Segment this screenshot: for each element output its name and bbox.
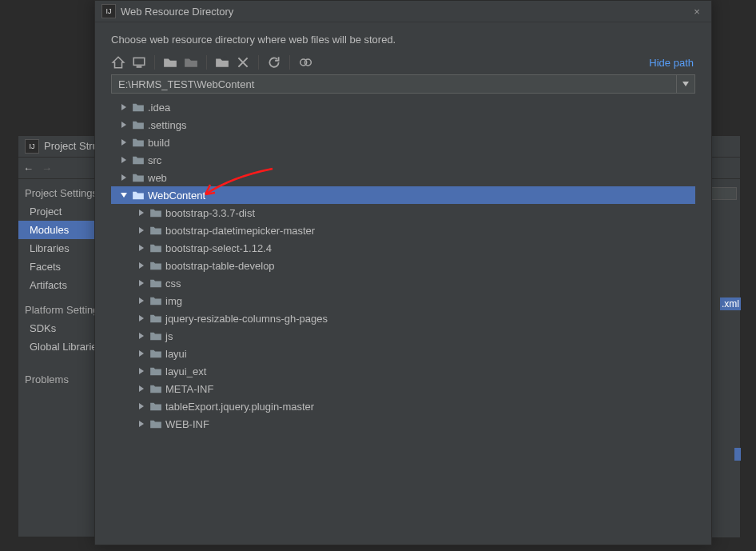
tree-item[interactable]: layui_ext: [111, 362, 695, 380]
sidebar-item-sdks[interactable]: SDKs: [18, 319, 97, 337]
folder-icon: [132, 120, 145, 130]
tree-item[interactable]: build: [111, 134, 695, 151]
chevron-right-icon[interactable]: [137, 227, 146, 234]
tree-item-label: META-INF: [165, 383, 213, 395]
folder-icon: [149, 296, 162, 305]
tree-item[interactable]: web: [111, 169, 695, 186]
intellij-icon: IJ: [25, 139, 39, 154]
folder-icon: [149, 243, 162, 253]
tree-item[interactable]: js: [111, 327, 695, 345]
chevron-right-icon[interactable]: [137, 368, 146, 374]
folder-icon: [149, 278, 162, 288]
tree-item[interactable]: META-INF: [111, 380, 695, 397]
desktop-icon[interactable]: [132, 55, 146, 70]
path-input[interactable]: E:\HRMS_TEST\WebContent: [111, 74, 676, 94]
tree-item[interactable]: tableExport.jquery.plugin-master: [111, 397, 695, 415]
tree-item[interactable]: bootstrap-select-1.12.4: [111, 239, 695, 257]
project-structure-sidebar: Project Settings Project Modules Librari…: [18, 179, 97, 537]
chevron-down-icon[interactable]: [119, 192, 129, 198]
chevron-right-icon[interactable]: [137, 421, 146, 427]
chevron-right-icon[interactable]: [119, 157, 129, 163]
folder-icon: [149, 366, 162, 376]
tree-item[interactable]: src: [111, 151, 695, 169]
sidebar-item-libraries[interactable]: Libraries: [18, 239, 97, 258]
file-tag-xml[interactable]: .xml: [720, 297, 741, 310]
tree-item-label: js: [165, 330, 173, 342]
home-icon[interactable]: [111, 55, 125, 70]
intellij-icon: IJ: [101, 4, 116, 18]
folder-icon: [149, 261, 162, 270]
folder-icon: [149, 331, 162, 341]
path-dropdown-button[interactable]: [676, 74, 695, 94]
nav-forward-icon[interactable]: →: [42, 162, 52, 174]
sidebar-item-global-libraries[interactable]: Global Libraries: [18, 337, 97, 356]
folder-icon[interactable]: [184, 55, 198, 70]
sidebar-heading-problems[interactable]: Problems: [18, 370, 97, 389]
hide-path-link[interactable]: Hide path: [649, 57, 695, 69]
chevron-right-icon[interactable]: [137, 280, 146, 286]
back-main-search[interactable]: [710, 187, 737, 200]
delete-icon[interactable]: [236, 55, 250, 70]
sidebar-heading-platform-settings: Platform Settings: [18, 301, 97, 319]
sidebar-item-facets[interactable]: Facets: [18, 258, 97, 276]
chevron-down-icon: [682, 82, 689, 86]
tree-item[interactable]: bootstrap-table-develop: [111, 257, 695, 274]
sidebar-item-modules[interactable]: Modules: [18, 221, 97, 239]
tree-item-label: bootstrap-datetimepicker-master: [165, 225, 315, 237]
tree-item[interactable]: jquery-resizable-columns-gh-pages: [111, 309, 695, 327]
folder-icon: [132, 190, 145, 200]
tree-item-label: jquery-resizable-columns-gh-pages: [165, 313, 328, 325]
refresh-icon[interactable]: [267, 55, 281, 70]
tree-item-label: img: [165, 295, 182, 307]
tree-item-label: .settings: [148, 119, 186, 131]
show-hidden-icon[interactable]: [298, 55, 312, 70]
tree-item-label: layui: [165, 348, 187, 360]
sidebar-item-artifacts[interactable]: Artifacts: [18, 276, 97, 294]
new-folder-icon[interactable]: [163, 55, 177, 70]
close-icon[interactable]: ×: [689, 6, 705, 18]
folder-icon: [132, 102, 145, 112]
chevron-right-icon[interactable]: [119, 104, 129, 110]
tree-item[interactable]: bootstrap-3.3.7-dist: [111, 204, 695, 222]
chevron-right-icon[interactable]: [119, 139, 129, 146]
chevron-right-icon[interactable]: [137, 297, 146, 304]
tree-item-label: layui_ext: [165, 365, 206, 377]
folder-icon: [149, 208, 162, 218]
tree-item-label: tableExport.jquery.plugin-master: [165, 401, 314, 413]
tree-item[interactable]: bootstrap-datetimepicker-master: [111, 222, 695, 239]
file-tag-selected[interactable]: [734, 448, 741, 461]
chevron-right-icon[interactable]: [137, 350, 146, 357]
folder-icon: [132, 155, 145, 165]
tree-item[interactable]: .idea: [111, 98, 695, 116]
tree-item[interactable]: css: [111, 274, 695, 292]
svg-rect-0: [133, 58, 145, 65]
chevron-right-icon[interactable]: [137, 333, 146, 339]
tree-item[interactable]: layui: [111, 345, 695, 362]
tree-item[interactable]: .settings: [111, 116, 695, 134]
tree-item-label: .idea: [148, 102, 170, 114]
folder-icon: [149, 313, 162, 323]
chevron-right-icon[interactable]: [119, 174, 129, 181]
folder-add-icon[interactable]: [215, 55, 229, 70]
web-resource-directory-dialog: IJ Web Resource Directory × Choose web r…: [94, 0, 712, 545]
tree-item-label: bootstrap-3.3.7-dist: [165, 207, 255, 219]
tree-item[interactable]: img: [111, 292, 695, 309]
folder-icon: [149, 384, 162, 393]
tree-item-label: css: [165, 277, 181, 289]
tree-item-label: bootstrap-select-1.12.4: [165, 242, 272, 254]
chevron-right-icon[interactable]: [119, 122, 129, 128]
chevron-right-icon[interactable]: [137, 262, 146, 269]
tree-item[interactable]: WebContent: [111, 186, 695, 204]
chevron-right-icon[interactable]: [137, 385, 146, 392]
sidebar-item-project[interactable]: Project: [18, 202, 97, 221]
chevron-right-icon[interactable]: [137, 210, 146, 216]
svg-rect-1: [137, 66, 142, 68]
directory-tree[interactable]: .idea.settingsbuildsrcwebWebContentboots…: [111, 98, 695, 545]
tree-item[interactable]: WEB-INF: [111, 415, 695, 433]
chevron-right-icon[interactable]: [137, 403, 146, 409]
chevron-right-icon[interactable]: [137, 245, 146, 251]
nav-back-icon[interactable]: ←: [23, 162, 34, 174]
chevron-right-icon[interactable]: [137, 315, 146, 321]
folder-icon: [149, 349, 162, 358]
folder-icon: [132, 138, 145, 147]
